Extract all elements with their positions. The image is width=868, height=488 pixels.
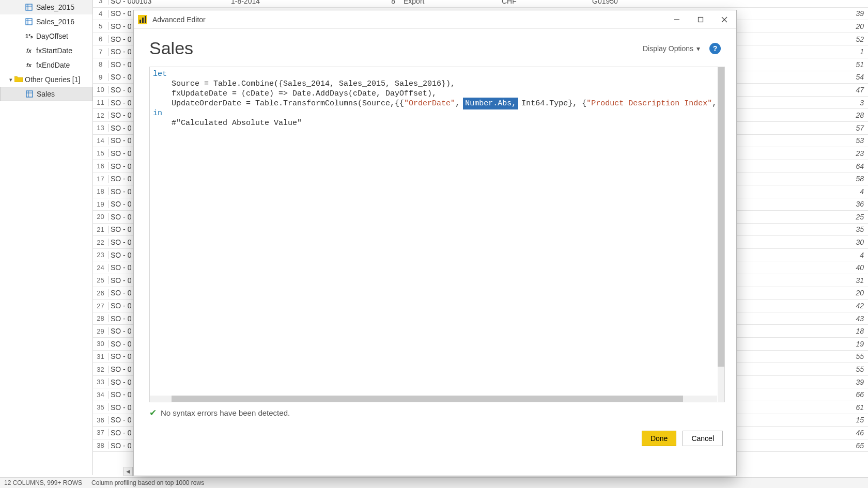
query-item-fxstartdate[interactable]: fx fxStartDate bbox=[0, 43, 92, 58]
svg-rect-0 bbox=[26, 4, 32, 10]
advanced-editor-dialog: Advanced Editor Sales Display Options ▾ … bbox=[133, 10, 737, 476]
display-options-dropdown[interactable]: Display Options ▾ bbox=[643, 44, 700, 53]
powerbi-icon bbox=[138, 15, 147, 24]
function-icon: fx bbox=[25, 46, 33, 55]
grid-scroll-left-button[interactable]: ◄ bbox=[123, 467, 133, 476]
syntax-status: ✔ No syntax errors have been detected. bbox=[149, 407, 721, 418]
dialog-titlebar: Advanced Editor bbox=[134, 10, 736, 29]
query-navigator: Sales_2015 Sales_2016 1²₃ DayOffset fx f… bbox=[0, 0, 93, 475]
table-icon bbox=[25, 18, 33, 26]
status-profiling: Column profiling based on top 1000 rows bbox=[91, 479, 204, 486]
query-group-other[interactable]: ▾ Other Queries [1] bbox=[0, 72, 92, 87]
done-button[interactable]: Done bbox=[642, 431, 676, 446]
query-item-fxenddate[interactable]: fx fxEndDate bbox=[0, 58, 92, 72]
code-editor[interactable]: let Source = Table.Combine({Sales_2014, … bbox=[149, 67, 725, 402]
dialog-buttons: Done Cancel bbox=[134, 418, 736, 446]
query-item-label: Sales bbox=[37, 90, 55, 98]
table-icon bbox=[25, 90, 34, 98]
query-item-label: DayOffset bbox=[36, 32, 68, 40]
status-columns: 12 COLUMNS, 999+ ROWS bbox=[4, 479, 82, 486]
maximize-button[interactable] bbox=[689, 10, 712, 29]
query-item-label: fxStartDate bbox=[36, 46, 72, 55]
status-bar: 12 COLUMNS, 999+ ROWS Column profiling b… bbox=[0, 477, 868, 488]
folder-icon bbox=[14, 75, 23, 84]
chevron-down-icon: ▾ bbox=[9, 76, 12, 83]
help-button[interactable]: ? bbox=[709, 43, 721, 54]
close-button[interactable] bbox=[712, 10, 736, 29]
query-item-label: fxEndDate bbox=[36, 61, 70, 69]
function-icon: fx bbox=[25, 61, 33, 69]
query-name-heading: Sales bbox=[149, 38, 193, 58]
query-group-label: Other Queries [1] bbox=[25, 75, 80, 84]
minimize-button[interactable] bbox=[665, 10, 689, 29]
dialog-title: Advanced Editor bbox=[152, 15, 206, 24]
dialog-header: Sales Display Options ▾ ? bbox=[134, 29, 736, 64]
check-icon: ✔ bbox=[149, 407, 157, 418]
query-item-label: Sales_2015 bbox=[36, 3, 74, 11]
vertical-scrollbar[interactable] bbox=[718, 67, 724, 402]
query-item-sales-2015[interactable]: Sales_2015 bbox=[0, 0, 92, 14]
svg-rect-6 bbox=[26, 91, 33, 97]
syntax-message: No syntax errors have been detected. bbox=[161, 408, 290, 417]
horizontal-scrollbar[interactable] bbox=[150, 396, 717, 402]
table-row[interactable]: 3SO - 0001031-8-20148ExportCHFG01950 bbox=[93, 0, 868, 8]
query-item-sales-2016[interactable]: Sales_2016 bbox=[0, 14, 92, 29]
chevron-down-icon: ▾ bbox=[696, 44, 700, 53]
cancel-button[interactable]: Cancel bbox=[683, 431, 723, 446]
table-icon bbox=[25, 3, 33, 11]
query-item-dayoffset[interactable]: 1²₃ DayOffset bbox=[0, 29, 92, 43]
query-item-label: Sales_2016 bbox=[36, 18, 74, 26]
query-item-sales[interactable]: Sales bbox=[0, 87, 92, 101]
svg-rect-10 bbox=[699, 17, 703, 22]
number-icon: 1²₃ bbox=[25, 32, 33, 40]
svg-rect-3 bbox=[26, 19, 32, 25]
